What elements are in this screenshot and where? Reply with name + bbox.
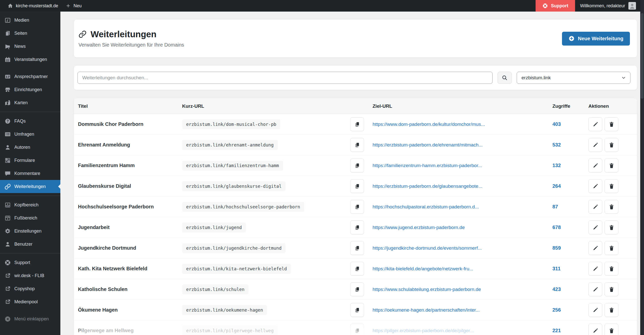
delete-button[interactable]: [605, 117, 618, 131]
copy-icon: [354, 266, 360, 272]
short-url: erzbistum.link/jugendkirche-dortmund: [182, 243, 286, 253]
link-icon: [78, 30, 87, 38]
sidebar-item-faqs[interactable]: FAQs: [0, 115, 60, 128]
delete-button[interactable]: [605, 262, 618, 276]
edit-button[interactable]: [588, 138, 602, 152]
pages-icon: [5, 30, 11, 36]
sidebar-item-einrichtungen[interactable]: Einrichtungen: [0, 83, 60, 96]
copy-button[interactable]: [350, 138, 364, 152]
copy-button[interactable]: [350, 324, 364, 335]
domain-select[interactable]: erzbistum.link: [517, 72, 630, 84]
edit-button[interactable]: [588, 262, 602, 276]
target-url-link[interactable]: https://jugendkirche-dortmund.de/events/…: [373, 245, 482, 251]
scrollbar-thumb[interactable]: [641, 13, 643, 99]
copy-button[interactable]: [350, 262, 364, 276]
sidebar-item-veranstaltungen[interactable]: Veranstaltungen: [0, 53, 60, 66]
delete-button[interactable]: [605, 324, 618, 335]
redirect-title: Glaubenskurse Digital: [74, 183, 182, 189]
row-actions: [588, 179, 637, 193]
edit-button[interactable]: [588, 324, 602, 335]
delete-button[interactable]: [605, 282, 618, 296]
delete-button[interactable]: [605, 220, 618, 234]
sidebar-item-einstellungen[interactable]: Einstellungen: [0, 225, 60, 238]
sidebar-item-seiten[interactable]: Seiten: [0, 27, 60, 40]
edit-button[interactable]: [588, 179, 602, 193]
copy-button[interactable]: [350, 179, 364, 193]
edit-button[interactable]: [588, 117, 602, 131]
edit-button[interactable]: [588, 282, 602, 296]
target-url-link[interactable]: https://hochschulpastoral.erzbistum-pade…: [373, 204, 479, 209]
sidebar-item-kopfbereich[interactable]: Kopfbereich: [0, 198, 60, 211]
edit-button[interactable]: [588, 200, 602, 214]
delete-button[interactable]: [605, 200, 618, 214]
target-url-link[interactable]: https://familienzentrum-hamm.erzbistum-p…: [373, 163, 482, 168]
sidebar-divider: [0, 112, 60, 112]
short-url: erzbistum.link/familienzentrum-hamm: [182, 161, 283, 171]
delete-button[interactable]: [605, 303, 618, 317]
sidebar-item-menü-einklappen[interactable]: Menü einklappen: [0, 312, 60, 325]
delete-button[interactable]: [605, 138, 618, 152]
delete-button[interactable]: [605, 179, 618, 193]
redirect-title: Katholische Schulen: [74, 286, 182, 292]
edit-button[interactable]: [588, 159, 602, 172]
target-url-link[interactable]: https://www.schulabteilung.erzbistum-pad…: [373, 287, 481, 292]
trash-icon: [609, 183, 615, 189]
edit-button[interactable]: [588, 303, 602, 317]
site-name-link[interactable]: kirche-musterstadt.de: [0, 0, 62, 12]
target-url-link[interactable]: https://erzbistum-paderborn.de/glaubensa…: [373, 183, 482, 189]
copy-button[interactable]: [350, 241, 364, 255]
short-url-cell: erzbistum.link/dom-musical-chor-pb: [182, 117, 373, 131]
pencil-icon: [592, 225, 598, 231]
sidebar-item-support[interactable]: Support: [0, 256, 60, 269]
copy-button[interactable]: [350, 200, 364, 214]
search-button[interactable]: [498, 72, 512, 84]
edit-button[interactable]: [588, 241, 602, 255]
hits-count: 532: [552, 142, 588, 148]
comments-icon: [5, 170, 11, 177]
short-url-cell: erzbistum.link/jugendkirche-dortmund: [182, 241, 373, 255]
sidebar-item-label: Medienpool: [14, 299, 38, 305]
column-header-kurz-url: Kurz-URL: [182, 103, 373, 109]
copy-icon: [354, 245, 360, 251]
delete-button[interactable]: [605, 241, 618, 255]
sidebar-item-medienpool[interactable]: Medienpool: [0, 295, 60, 308]
sidebar-item-wir-desk-flib[interactable]: wir.desk - FLIB: [0, 269, 60, 282]
new-redirect-button[interactable]: Neue Weiterleitung: [562, 32, 630, 46]
new-content-button[interactable]: Neu: [62, 0, 85, 12]
delete-button[interactable]: [605, 159, 618, 172]
copy-button[interactable]: [350, 159, 364, 172]
sidebar-item-ansprechpartner[interactable]: Ansprechpartner: [0, 70, 60, 83]
target-url-link[interactable]: https://www.dom-paderborn.de/kultur/domc…: [373, 122, 485, 127]
sidebar-item-weiterleitungen[interactable]: Weiterleitungen: [0, 180, 60, 193]
trash-icon: [609, 225, 615, 231]
copy-button[interactable]: [350, 303, 364, 317]
sidebar-item-kommentare[interactable]: Kommentare: [0, 167, 60, 180]
sidebar-item-formulare[interactable]: Formulare: [0, 154, 60, 167]
copy-button[interactable]: [350, 117, 364, 131]
target-url-cell: https://pilger.erzbistum-paderborn.de/de…: [373, 328, 552, 333]
sidebar-item-benutzer[interactable]: Benutzer: [0, 238, 60, 251]
admin-bar: kirche-musterstadt.de Neu Support Willko…: [0, 0, 644, 12]
search-input[interactable]: [77, 72, 493, 84]
sidebar-item-news[interactable]: News: [0, 40, 60, 53]
support-button[interactable]: Support: [536, 0, 575, 12]
sidebar-item-umfragen[interactable]: Umfragen: [0, 128, 60, 141]
survey-icon: [5, 131, 11, 137]
sidebar-item-autoren[interactable]: Autoren: [0, 141, 60, 154]
sidebar-item-fußbereich[interactable]: Fußbereich: [0, 211, 60, 225]
sidebar-item-label: Veranstaltungen: [14, 57, 47, 62]
column-header-zugriffe: Zugriffe: [552, 103, 588, 109]
target-url-link[interactable]: https://www.jugend.erzbistum-paderborn.d…: [373, 225, 465, 230]
sidebar-item-karten[interactable]: Karten: [0, 96, 60, 109]
account-menu[interactable]: Willkommen, redakteur: [575, 0, 640, 12]
target-url-link[interactable]: https://oekumene-hagen.de/partnerschafte…: [373, 307, 480, 313]
target-url-link[interactable]: https://pilger.erzbistum-paderborn.de/de…: [373, 328, 474, 333]
copy-button[interactable]: [350, 220, 364, 234]
sidebar-item-medien[interactable]: Medien: [0, 14, 60, 27]
copy-button[interactable]: [350, 282, 364, 296]
target-url-link[interactable]: https://kita-bielefeld.de/angebote/netzw…: [373, 266, 473, 271]
target-url-link[interactable]: https://erzbistum-paderborn.de/ehrenamt/…: [373, 142, 482, 147]
trash-icon: [609, 163, 615, 169]
sidebar-item-copyshop[interactable]: Copyshop: [0, 282, 60, 295]
edit-button[interactable]: [588, 220, 602, 234]
